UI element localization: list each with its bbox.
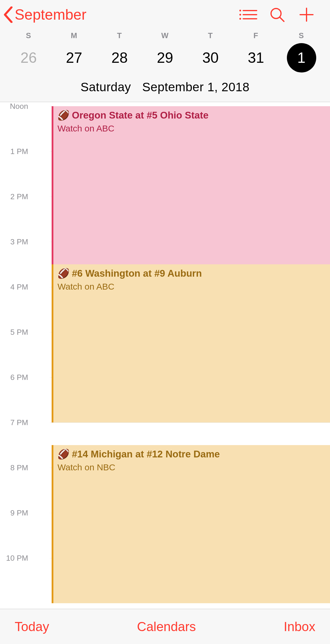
- date-cell[interactable]: 1: [279, 43, 324, 72]
- event-title: 🏈Oregon State at #5 Ohio State: [57, 109, 325, 122]
- event-subtitle: Watch on ABC: [57, 122, 325, 135]
- nav-row: September: [0, 0, 330, 29]
- back-label: September: [15, 6, 87, 23]
- hour-label: 8 PM: [0, 463, 35, 472]
- search-icon: [269, 7, 285, 23]
- selected-date-heading: Saturday September 1, 2018: [0, 78, 330, 102]
- svg-line-7: [280, 17, 284, 21]
- calendar-event[interactable]: 🏈Oregon State at #5 Ohio StateWatch on A…: [52, 106, 330, 264]
- chevron-left-icon: [3, 6, 13, 23]
- hour-label: 1 PM: [0, 147, 35, 156]
- date-number: 30: [196, 43, 225, 72]
- weekday-label: T: [97, 29, 142, 43]
- weekday-label: M: [51, 29, 97, 43]
- dates-row: 26 27 28 29 30 31 1: [0, 43, 330, 78]
- svg-point-0: [239, 10, 241, 11]
- events-layer: 🏈Oregon State at #5 Ohio StateWatch on A…: [52, 102, 330, 604]
- date-number: 1: [287, 43, 316, 72]
- football-icon: 🏈: [57, 110, 70, 121]
- weekday-label: T: [188, 29, 233, 43]
- svg-point-1: [239, 14, 241, 16]
- svg-point-2: [239, 18, 241, 20]
- hour-label: 4 PM: [0, 283, 35, 292]
- date-cell[interactable]: 29: [142, 43, 188, 72]
- calendar-header: September: [0, 0, 330, 102]
- weekday-label: F: [233, 29, 279, 43]
- calendar-event[interactable]: 🏈#6 Washington at #9 AuburnWatch on ABC: [52, 264, 330, 422]
- weekday-label: S: [6, 29, 51, 43]
- hour-label: Noon: [0, 102, 35, 111]
- date-cell[interactable]: 28: [97, 43, 142, 72]
- search-button[interactable]: [263, 3, 292, 26]
- calendars-button[interactable]: Calendars: [137, 619, 196, 634]
- date-number: 27: [60, 43, 89, 72]
- weekday-label: S: [279, 29, 324, 43]
- hour-label: 10 PM: [0, 554, 35, 563]
- football-icon: 🏈: [57, 449, 70, 459]
- event-title: 🏈#14 Michigan at #12 Notre Dame: [57, 448, 325, 461]
- selected-full-date: September 1, 2018: [142, 80, 250, 94]
- today-button[interactable]: Today: [15, 619, 49, 634]
- add-event-button[interactable]: [292, 3, 321, 26]
- event-subtitle: Watch on ABC: [57, 280, 325, 293]
- event-subtitle: Watch on NBC: [57, 461, 325, 474]
- hour-label: 5 PM: [0, 328, 35, 337]
- date-cell[interactable]: 26: [6, 43, 51, 72]
- hour-label: 6 PM: [0, 373, 35, 382]
- selected-weekday: Saturday: [80, 80, 131, 94]
- hour-label: 3 PM: [0, 237, 35, 246]
- calendar-event[interactable]: 🏈#14 Michigan at #12 Notre DameWatch on …: [52, 445, 330, 603]
- list-view-button[interactable]: [233, 3, 263, 26]
- date-cell[interactable]: 31: [233, 43, 279, 72]
- inbox-button[interactable]: Inbox: [284, 619, 315, 634]
- football-icon: 🏈: [57, 268, 70, 279]
- hour-label: 9 PM: [0, 508, 35, 518]
- list-icon: [238, 8, 257, 21]
- date-number: 28: [105, 43, 134, 72]
- hour-label: 7 PM: [0, 418, 35, 427]
- event-title: 🏈#6 Washington at #9 Auburn: [57, 267, 325, 280]
- date-cell[interactable]: 30: [188, 43, 233, 72]
- hour-label: 2 PM: [0, 192, 35, 201]
- date-cell[interactable]: 27: [51, 43, 97, 72]
- weekday-row: S M T W T F S: [0, 29, 330, 43]
- date-number: 29: [150, 43, 180, 72]
- back-button[interactable]: September: [3, 6, 87, 23]
- day-schedule[interactable]: Noon1 PM2 PM3 PM4 PM5 PM6 PM7 PM8 PM9 PM…: [0, 102, 330, 604]
- date-number: 31: [241, 43, 271, 72]
- weekday-label: W: [142, 29, 188, 43]
- bottom-toolbar: Today Calendars Inbox: [0, 609, 330, 644]
- date-number: 26: [14, 43, 43, 72]
- plus-icon: [299, 7, 314, 22]
